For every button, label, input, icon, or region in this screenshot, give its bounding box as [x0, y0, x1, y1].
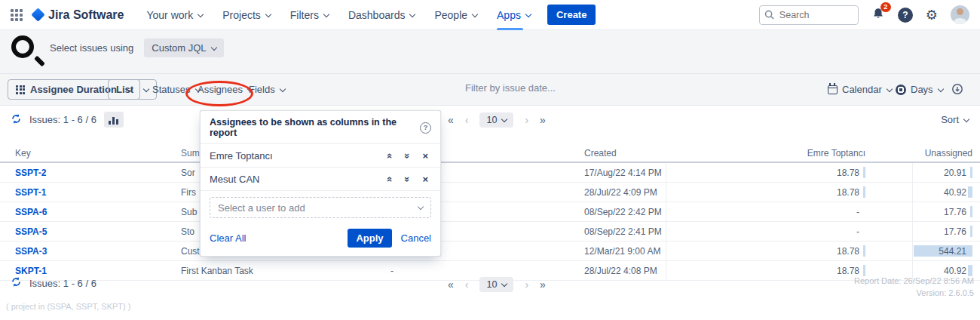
issue-date-filter-input[interactable] — [464, 82, 629, 94]
statuses-dropdown[interactable]: Statuses — [152, 84, 201, 95]
issue-source-selector: Select issues using Custom JQL — [50, 38, 224, 57]
sort-dropdown[interactable]: Sort — [941, 114, 969, 125]
calendar-icon — [828, 85, 838, 94]
column-header-assignee1[interactable]: Emre Toptancı — [760, 143, 865, 163]
top-navigation: Jira Software Your work Projects Filters… — [0, 0, 980, 30]
issue-key-link[interactable]: SSPA-6 — [15, 202, 47, 222]
pagination-last-button[interactable]: » — [540, 278, 546, 291]
move-down-icon[interactable]: » — [403, 152, 412, 158]
column-header-created[interactable]: Created — [584, 143, 617, 163]
chevron-down-icon — [525, 11, 531, 17]
issues-count-label: Issues: 1 - 6 / 6 — [29, 278, 96, 289]
pagination-next-button[interactable]: › — [525, 114, 528, 126]
report-version: Version: 2.6.0.5 — [854, 287, 974, 299]
main-menu: Your work Projects Filters Dashboards Pe… — [146, 0, 530, 30]
user-avatar[interactable] — [951, 5, 969, 24]
jira-logo[interactable]: Jira Software — [33, 8, 124, 22]
notification-badge: 2 — [880, 2, 891, 12]
chart-view-button[interactable] — [104, 112, 124, 128]
chevron-down-icon — [198, 11, 204, 17]
issue-created-cell: 12/Mar/21 9:00 AM — [584, 242, 660, 261]
pagination-first-button[interactable]: « — [448, 278, 454, 291]
column-header-unassigned[interactable]: Unassigned — [867, 143, 972, 163]
select-issues-label: Select issues using — [50, 42, 133, 54]
table-row[interactable]: SSPA-6 Sub 08/Sep/22 2:42 PM - 17.76 — [0, 202, 980, 222]
app-switcher-icon[interactable] — [11, 9, 23, 21]
nav-people[interactable]: People — [434, 0, 477, 30]
move-up-icon[interactable]: « — [385, 176, 395, 181]
export-icon[interactable] — [951, 83, 963, 95]
duration-cell-assignee1: - — [760, 202, 865, 222]
add-user-select[interactable]: Select a user to add — [210, 197, 431, 218]
duration-cell-unassigned: 20.91 — [867, 163, 972, 183]
calendar-dropdown[interactable]: Calendar — [828, 84, 892, 95]
time-unit-dropdown[interactable]: Days — [896, 84, 943, 95]
apply-button[interactable]: Apply — [348, 229, 391, 248]
issue-summary: Firs — [181, 183, 196, 202]
move-down-icon[interactable]: » — [403, 176, 412, 181]
issue-key-link[interactable]: SSPT-2 — [15, 163, 46, 183]
create-button[interactable]: Create — [547, 5, 596, 25]
jql-mode-dropdown[interactable]: Custom JQL — [144, 38, 223, 57]
assignees-dropdown[interactable]: Assignees — [198, 84, 253, 95]
issue-key-link[interactable]: SSPA-3 — [15, 242, 47, 261]
nav-dashboards[interactable]: Dashboards — [348, 0, 415, 30]
table-row[interactable]: SSPT-2 Sor 17/Aug/22 4:14 PM 18.78 20.91 — [0, 163, 980, 183]
page-size-select[interactable]: 10 — [479, 112, 513, 128]
duration-cell-unassigned: 17.76 — [867, 222, 972, 242]
pagination-prev-button[interactable]: ‹ — [465, 114, 469, 126]
search-icon — [764, 10, 774, 20]
issue-key-link[interactable]: SSPA-5 — [15, 222, 47, 242]
settings-gear-icon[interactable]: ⚙ — [926, 8, 938, 22]
duration-bar — [970, 167, 972, 178]
refresh-icon[interactable] — [11, 113, 22, 127]
page-size-select[interactable]: 10 — [479, 277, 513, 292]
move-up-icon[interactable]: « — [385, 152, 395, 158]
column-header-key[interactable]: Key — [15, 143, 31, 163]
chevron-down-icon — [143, 85, 149, 91]
duration-cell-assignee1: 18.78 — [760, 183, 865, 202]
jira-report-page: Jira Software Your work Projects Filters… — [0, 0, 980, 320]
nav-filters[interactable]: Filters — [290, 0, 329, 30]
chevron-down-icon — [279, 85, 285, 91]
chevron-down-icon — [265, 11, 271, 17]
nav-apps[interactable]: Apps — [497, 0, 531, 30]
duration-cell-assignee1: 18.78 — [760, 242, 865, 261]
pagination-last-button[interactable]: » — [540, 114, 546, 126]
clear-all-link[interactable]: Clear All — [210, 232, 246, 244]
assignee-list-item: Emre Toptancı « » × — [201, 144, 440, 168]
assignee-name: Emre Toptancı — [210, 150, 387, 162]
chevron-down-icon — [963, 115, 969, 122]
refresh-icon[interactable] — [11, 276, 22, 290]
issues-count-label: Issues: 1 - 6 / 6 — [29, 114, 96, 125]
app-name: Jira Software — [48, 8, 124, 22]
cancel-link[interactable]: Cancel — [401, 232, 431, 244]
panel-help-icon[interactable]: ? — [420, 122, 431, 134]
duration-bar — [863, 245, 865, 257]
remove-assignee-icon[interactable]: × — [422, 174, 428, 184]
issue-summary: Sor — [181, 163, 195, 183]
help-icon[interactable]: ? — [898, 8, 913, 23]
footer-results-bar: Issues: 1 - 6 / 6 « ‹ 10 › » — [0, 276, 980, 296]
view-mode-dropdown[interactable]: List — [108, 79, 157, 100]
pagination-first-button[interactable]: « — [448, 114, 454, 126]
nav-projects[interactable]: Projects — [222, 0, 271, 30]
pagination-prev-button[interactable]: ‹ — [465, 278, 469, 291]
duration-bar — [970, 226, 972, 237]
nav-your-work[interactable]: Your work — [146, 0, 203, 30]
chevron-down-icon — [501, 281, 507, 287]
table-row[interactable]: SSPA-5 Sto 08/Sep/22 2:41 PM - 17.76 — [0, 222, 980, 242]
notifications-bell-icon[interactable]: 2 — [871, 7, 885, 23]
assignees-panel: Assignees to be shown as columns in the … — [200, 110, 441, 257]
fields-dropdown[interactable]: Fields — [249, 84, 285, 95]
chevron-down-icon — [937, 85, 943, 91]
pagination-next-button[interactable]: › — [525, 278, 528, 291]
remove-assignee-icon[interactable]: × — [422, 151, 428, 161]
chevron-down-icon — [210, 44, 216, 50]
duration-bar — [863, 186, 865, 198]
table-row[interactable]: SSPT-1 Firs 28/Jul/22 4:09 PM 18.78 40.9… — [0, 183, 980, 202]
issue-key-link[interactable]: SSPT-1 — [15, 183, 46, 202]
duration-cell-assignee1: 18.78 — [760, 163, 865, 183]
table-row[interactable]: SSPA-3 Custom Calendar Issue 19/Jul/22 1… — [0, 242, 980, 261]
issue-created-cell: 28/Jul/22 4:09 PM — [584, 183, 657, 202]
